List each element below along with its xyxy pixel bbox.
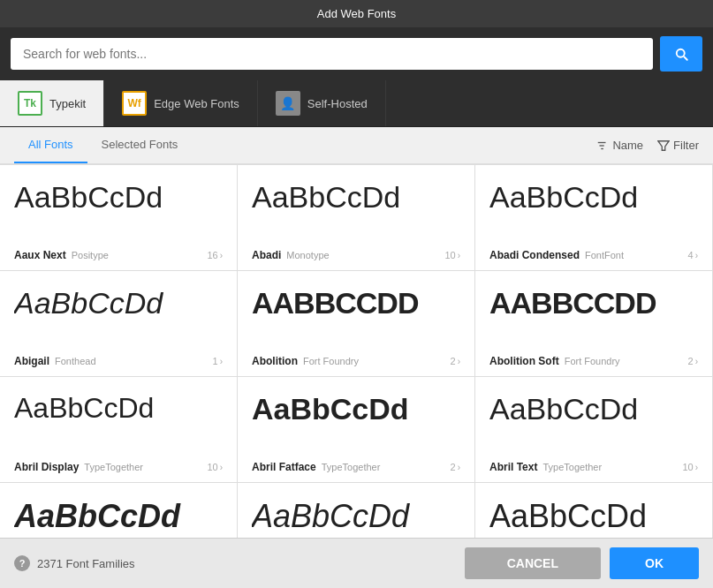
font-preview: AaBbCcDd	[14, 179, 223, 244]
font-meta: Abril Display TypeTogether 10 ›	[14, 461, 223, 473]
dialog-title: Add Web Fonts	[317, 7, 396, 20]
font-preview: AaBbCcDd	[252, 391, 460, 456]
footer-left: ? 2371 Font Families	[14, 555, 135, 571]
font-card-partial-3[interactable]: AaBbCcDd	[475, 483, 713, 538]
filter-icon	[657, 139, 670, 152]
font-meta: Abril Text TypeTogether 10 ›	[489, 461, 698, 473]
edge-label: Edge Web Fonts	[154, 97, 239, 110]
font-preview: AABBCCDD	[252, 285, 460, 350]
font-preview: AaBbCcDd	[252, 497, 460, 538]
font-foundry: TypeTogether	[84, 462, 143, 472]
search-bar	[0, 27, 713, 80]
search-button[interactable]	[660, 36, 702, 72]
font-foundry: Fort Foundry	[303, 356, 359, 366]
font-name: Abadi	[252, 249, 281, 261]
font-card-abolition[interactable]: AABBCCDD Abolition Fort Foundry 2 ›	[238, 271, 475, 377]
font-tab-controls: Name Filter	[596, 139, 699, 152]
font-name: Abigail	[14, 355, 49, 367]
font-count: 4 ›	[688, 250, 698, 260]
self-hosted-icon: 👤	[276, 91, 300, 116]
font-foundry: Monotype	[286, 250, 329, 260]
font-count: 2 ›	[688, 356, 698, 366]
font-tab-links: All Fonts Selected Fonts	[14, 127, 192, 163]
font-card-abadi[interactable]: AaBbCcDd Abadi Monotype 10 ›	[238, 165, 475, 271]
font-preview: AaBbCcDd	[14, 391, 223, 456]
font-families-count: 2371 Font Families	[37, 557, 135, 570]
font-name: Aaux Next	[14, 249, 66, 261]
filter-button[interactable]: Filter	[657, 139, 699, 152]
font-card-partial-1[interactable]: AaBbCcDd	[0, 483, 238, 538]
font-card-abril-fatface[interactable]: AaBbCcDd Abril Fatface TypeTogether 2 ›	[238, 377, 475, 483]
font-foundry: TypeTogether	[322, 462, 381, 472]
chevron-right-icon: ›	[220, 463, 223, 472]
provider-tab-typekit[interactable]: Tk Typekit	[0, 80, 104, 126]
chevron-right-icon: ›	[458, 357, 460, 366]
font-card-abigail[interactable]: AaBbCcDd Abigail Fonthead 1 ›	[0, 271, 238, 377]
tab-selected-fonts[interactable]: Selected Fonts	[87, 127, 193, 163]
sort-button[interactable]: Name	[596, 139, 643, 152]
font-grid-container[interactable]: AaBbCcDd Aaux Next Positype 16 › AaBbCcD…	[0, 164, 713, 538]
provider-tabs: Tk Typekit Wf Edge Web Fonts 👤 Self-Host…	[0, 80, 713, 127]
font-name: Abolition Soft	[489, 355, 559, 367]
provider-tab-self-hosted[interactable]: 👤 Self-Hosted	[258, 80, 386, 126]
title-bar: Add Web Fonts	[0, 0, 713, 27]
font-meta: Abolition Fort Foundry 2 ›	[252, 355, 460, 367]
font-count: 10 ›	[207, 462, 223, 472]
tab-all-fonts[interactable]: All Fonts	[14, 127, 87, 163]
font-meta: Abadi Monotype 10 ›	[252, 249, 460, 261]
font-preview: AaBbCcDd	[489, 179, 698, 244]
chevron-right-icon: ›	[220, 357, 223, 366]
search-icon	[673, 46, 689, 62]
footer: ? 2371 Font Families CANCEL OK	[0, 538, 713, 588]
font-foundry: TypeTogether	[542, 462, 602, 472]
font-card-abadi-condensed[interactable]: AaBbCcDd Abadi Condensed FontFont 4 ›	[475, 165, 713, 271]
font-count: 16 ›	[207, 250, 223, 260]
help-icon[interactable]: ?	[14, 555, 30, 571]
chevron-right-icon: ›	[220, 251, 223, 260]
font-foundry: FontFont	[585, 250, 624, 260]
chevron-right-icon: ›	[695, 251, 698, 260]
font-name: Abril Display	[14, 461, 79, 473]
font-card-partial-2[interactable]: AaBbCcDd	[238, 483, 475, 538]
provider-tab-edge[interactable]: Wf Edge Web Fonts	[104, 80, 258, 126]
font-preview: AaBbCcDd	[14, 285, 223, 350]
font-card-aaux-next[interactable]: AaBbCcDd Aaux Next Positype 16 ›	[0, 165, 238, 271]
font-preview: AaBbCcDd	[252, 179, 460, 244]
font-tabs-bar: All Fonts Selected Fonts Name Fil	[0, 127, 713, 164]
footer-buttons: CANCEL OK	[465, 547, 699, 579]
svg-marker-3	[658, 140, 669, 150]
font-card-abril-display[interactable]: AaBbCcDd Abril Display TypeTogether 10 ›	[0, 377, 238, 483]
font-preview: AaBbCcDd	[489, 391, 698, 456]
font-foundry: Fort Foundry	[565, 356, 620, 366]
chevron-right-icon: ›	[458, 251, 460, 260]
font-preview: AABBCCDD	[489, 285, 698, 350]
font-card-abolition-soft[interactable]: AABBCCDD Abolition Soft Fort Foundry 2 ›	[475, 271, 713, 377]
font-meta: Abril Fatface TypeTogether 2 ›	[252, 461, 460, 473]
self-hosted-label: Self-Hosted	[307, 97, 368, 110]
font-count: 1 ›	[213, 356, 223, 366]
font-meta: Abigail Fonthead 1 ›	[14, 355, 223, 367]
add-web-fonts-dialog: Add Web Fonts Tk Typekit Wf Edge Web Fon…	[0, 0, 713, 588]
font-count: 10 ›	[444, 250, 460, 260]
font-preview: AaBbCcDd	[489, 497, 698, 538]
font-name: Abril Fatface	[252, 461, 316, 473]
font-foundry: Fonthead	[55, 356, 95, 366]
font-foundry: Positype	[72, 250, 109, 260]
font-meta: Abolition Soft Fort Foundry 2 ›	[489, 355, 698, 367]
font-preview: AaBbCcDd	[14, 497, 223, 538]
font-count: 2 ›	[451, 462, 460, 472]
font-name: Abolition	[252, 355, 298, 367]
edge-icon: Wf	[122, 91, 147, 116]
font-meta: Aaux Next Positype 16 ›	[14, 249, 223, 261]
sort-icon	[596, 139, 609, 152]
typekit-label: Typekit	[49, 97, 86, 110]
cancel-button[interactable]: CANCEL	[465, 547, 601, 579]
font-count: 10 ›	[682, 462, 698, 472]
chevron-right-icon: ›	[695, 463, 698, 472]
font-count: 2 ›	[451, 356, 460, 366]
font-card-abril-text[interactable]: AaBbCcDd Abril Text TypeTogether 10 ›	[475, 377, 713, 483]
search-input[interactable]	[11, 38, 653, 70]
chevron-right-icon: ›	[695, 357, 698, 366]
ok-button[interactable]: OK	[610, 547, 699, 579]
typekit-icon: Tk	[18, 91, 42, 116]
